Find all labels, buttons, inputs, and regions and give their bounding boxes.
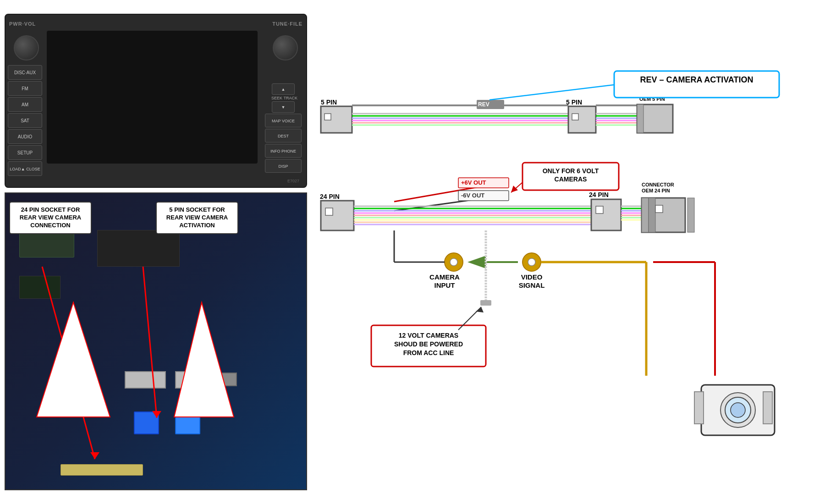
board-arrows [6,193,306,489]
seek-track-label: SEEK TRACK [265,96,304,100]
svg-rect-17 [572,114,578,120]
seek-down-button[interactable]: ▼ [272,101,295,113]
svg-text:VIDEO: VIDEO [521,273,543,281]
dest-button[interactable]: DEST [265,129,302,142]
5pin-left-label: 5 PIN [321,99,337,106]
tune-file-knob[interactable] [273,35,298,60]
svg-text:FROM ACC LINE: FROM ACC LINE [403,349,454,356]
svg-point-82 [528,258,535,266]
stereo-unit: PWR·VOL TUNE·FILE DISC·AUX FM AM SAT AUD… [5,14,307,188]
tune-file-label: TUNE·FILE [272,21,302,27]
svg-text:CAMERA: CAMERA [429,273,460,281]
svg-rect-27 [637,104,644,133]
svg-text:12 VOLT CAMERAS: 12 VOLT CAMERAS [399,332,458,339]
svg-text:CONNECTOR: CONNECTOR [639,90,672,96]
model-number: E7027 [287,179,299,183]
svg-line-0 [42,267,95,459]
svg-text:CONNECTOR: CONNECTOR [642,182,674,187]
svg-point-101 [725,397,751,423]
svg-rect-98 [480,300,491,306]
svg-point-102 [731,403,745,417]
5pin-left-connector [321,106,352,133]
svg-text:24 PIN: 24 PIN [589,191,609,198]
svg-rect-31 [614,71,779,98]
24pin-callout-box: 24 PIN SOCKET FOR REAR VIEW CAMERA CONNE… [9,202,92,234]
svg-rect-42 [458,191,509,201]
svg-text:+6V OUT: +6V OUT [461,179,486,186]
right-panel: 5 PIN REV 5 PIN OEM 5 PIN CONNECTOR [302,0,825,504]
svg-line-95 [458,307,481,330]
svg-text:-6V OUT: -6V OUT [461,192,484,199]
left-button-group: DISC·AUX FM AM SAT AUDIO SETUP LOAD▲ CLO… [8,65,45,177]
svg-text:OEM 24 PIN: OEM 24 PIN [642,188,670,193]
svg-text:REV: REV [478,101,490,108]
svg-marker-96 [476,307,484,312]
right-button-group: ▲ SEEK TRACK ▼ MAP VOICE DEST INFO PHONE… [265,83,304,174]
circuit-board [5,192,307,490]
svg-point-75 [445,253,463,271]
svg-rect-34 [325,208,333,215]
svg-line-36 [394,183,500,202]
am-button[interactable]: AM [8,97,42,112]
svg-rect-14 [477,100,504,109]
svg-rect-6 [324,114,331,120]
fm-button[interactable]: FM [8,81,42,96]
seek-up-button[interactable]: ▲ [272,83,295,95]
svg-rect-33 [321,201,354,230]
svg-rect-104 [763,392,772,424]
info-phone-button[interactable]: INFO PHONE [265,144,302,158]
pwr-vol-label: PWR·VOL [9,21,36,27]
svg-rect-71 [688,198,694,232]
svg-rect-68 [642,198,685,232]
svg-point-76 [450,258,457,266]
svg-rect-58 [591,199,621,230]
stereo-screen [47,31,258,164]
svg-rect-16 [568,106,596,133]
svg-rect-38 [458,178,509,188]
svg-text:5 PIN: 5 PIN [566,99,582,106]
svg-rect-72 [655,205,663,213]
map-voice-button[interactable]: MAP VOICE [265,114,302,127]
svg-marker-1 [90,452,99,459]
svg-text:ONLY FOR 6 VOLT: ONLY FOR 6 VOLT [543,167,599,175]
svg-rect-99 [701,385,775,435]
svg-text:SHOUD BE POWERED: SHOUD BE POWERED [394,340,463,348]
load-close-button[interactable]: LOAD▲ CLOSE [8,161,42,176]
svg-rect-91 [371,325,486,367]
svg-text:24 PIN: 24 PIN [320,193,340,200]
svg-marker-79 [468,256,486,268]
svg-point-100 [720,393,755,427]
left-panel: PWR·VOL TUNE·FILE DISC·AUX FM AM SAT AUD… [0,0,312,504]
svg-line-40 [394,196,500,211]
svg-rect-59 [596,206,603,214]
disp-button[interactable]: DISP [265,159,302,173]
svg-rect-26 [637,104,673,133]
svg-marker-3 [152,411,161,418]
svg-text:SIGNAL: SIGNAL [519,281,545,289]
wiring-diagram-svg: 5 PIN REV 5 PIN OEM 5 PIN CONNECTOR [302,0,825,504]
sat-button[interactable]: SAT [8,113,42,128]
audio-button[interactable]: AUDIO [8,129,42,144]
svg-text:OEM 5 PIN: OEM 5 PIN [639,96,665,102]
5pin-callout-box: 5 PIN SOCKET FOR REAR VIEW CAMERA ACTIVA… [156,202,238,234]
svg-rect-69 [642,198,649,232]
svg-marker-48 [511,186,518,192]
svg-rect-103 [694,392,704,424]
svg-point-81 [522,253,541,271]
pwr-vol-knob[interactable] [14,35,39,60]
svg-line-30 [490,85,614,100]
svg-text:CAMERAS: CAMERAS [555,175,587,183]
setup-button[interactable]: SETUP [8,145,42,160]
svg-rect-70 [649,198,655,232]
disc-aux-button[interactable]: DISC·AUX [8,65,42,80]
5pin-callout-text: 5 PIN SOCKET FOR REAR VIEW CAMERA ACTIVA… [166,206,228,229]
svg-line-47 [511,182,522,192]
24pin-callout-text: 24 PIN SOCKET FOR REAR VIEW CAMERA CONNE… [20,206,81,229]
svg-text:INPUT: INPUT [434,281,455,289]
svg-text:REV – CAMERA ACTIVATION: REV – CAMERA ACTIVATION [640,75,753,84]
svg-line-2 [143,267,157,418]
svg-rect-44 [522,163,619,190]
